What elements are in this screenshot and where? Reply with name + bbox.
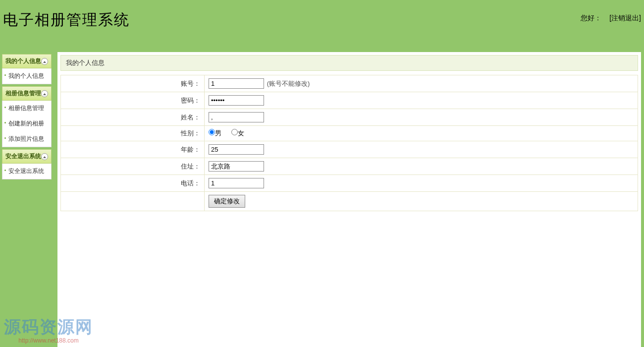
cell-account: (账号不能修改) <box>205 75 638 92</box>
sidebar: 我的个人信息 我的个人信息 相册信息管理 相册信息管理 创建新的相册 添加照片信… <box>0 52 54 347</box>
sidebar-head-label: 我的个人信息 <box>5 57 41 65</box>
label-name: 姓名： <box>61 109 205 126</box>
body-wrap: 我的个人信息 我的个人信息 相册信息管理 相册信息管理 创建新的相册 添加照片信… <box>0 52 644 347</box>
chevron-up-icon <box>41 90 48 97</box>
phone-input[interactable] <box>209 178 264 188</box>
label-submit <box>61 192 205 211</box>
label-account: 账号： <box>61 75 205 92</box>
greeting-text: 您好： <box>581 14 601 22</box>
row-account: 账号： (账号不能修改) <box>61 75 638 92</box>
logout-link[interactable]: [注销退出] <box>609 14 641 22</box>
cell-name <box>205 109 638 126</box>
row-address: 住址： <box>61 158 638 175</box>
label-password: 密码： <box>61 92 205 109</box>
header-right: 您好： [注销退出] <box>581 14 641 23</box>
name-input[interactable] <box>209 112 264 122</box>
label-address: 住址： <box>61 158 205 175</box>
cell-phone <box>205 175 638 192</box>
cell-age <box>205 141 638 158</box>
sidebar-items-profile: 我的个人信息 <box>2 68 52 84</box>
sidebar-head-profile[interactable]: 我的个人信息 <box>2 54 52 68</box>
sidebar-item-add-photo[interactable]: 添加照片信息 <box>2 131 51 147</box>
account-input[interactable] <box>209 78 264 89</box>
panel-title: 我的个人信息 <box>60 55 638 71</box>
gender-male-label[interactable]: 男 <box>209 129 221 137</box>
gender-female-label[interactable]: 女 <box>231 129 244 137</box>
label-gender: 性别： <box>61 126 205 141</box>
sidebar-item-my-profile[interactable]: 我的个人信息 <box>2 68 51 84</box>
sidebar-head-exit[interactable]: 安全退出系统 <box>2 149 52 164</box>
submit-button[interactable]: 确定修改 <box>209 195 245 208</box>
sidebar-item-album-create[interactable]: 创建新的相册 <box>2 116 51 131</box>
header: 电子相册管理系统 您好： [注销退出] <box>0 0 644 52</box>
profile-panel: 我的个人信息 账号： (账号不能修改) 密码： 姓名： <box>60 55 638 211</box>
row-password: 密码： <box>61 92 638 109</box>
profile-form-table: 账号： (账号不能修改) 密码： 姓名： <box>60 75 638 211</box>
chevron-up-icon <box>41 58 48 65</box>
cell-submit: 确定修改 <box>205 192 638 211</box>
cell-address <box>205 158 638 175</box>
gender-male-text: 男 <box>215 129 221 137</box>
row-phone: 电话： <box>61 175 638 192</box>
sidebar-item-album-manage[interactable]: 相册信息管理 <box>2 101 51 116</box>
app-title: 电子相册管理系统 <box>3 10 641 30</box>
sidebar-group-exit: 安全退出系统 安全退出系统 <box>2 149 52 179</box>
gender-female-text: 女 <box>238 129 244 137</box>
label-age: 年龄： <box>61 141 205 158</box>
chevron-up-icon <box>41 153 48 160</box>
account-note: (账号不能修改) <box>267 80 310 87</box>
cell-password <box>205 92 638 109</box>
password-input[interactable] <box>209 95 264 106</box>
sidebar-group-profile: 我的个人信息 我的个人信息 <box>2 54 52 84</box>
main-content: 我的个人信息 账号： (账号不能修改) 密码： 姓名： <box>57 52 641 347</box>
row-gender: 性别： 男 女 <box>61 126 638 141</box>
address-input[interactable] <box>209 161 264 172</box>
row-name: 姓名： <box>61 109 638 126</box>
sidebar-items-exit: 安全退出系统 <box>2 164 52 179</box>
sidebar-head-label: 安全退出系统 <box>5 152 41 161</box>
gender-male-radio[interactable] <box>209 129 215 135</box>
sidebar-item-exit[interactable]: 安全退出系统 <box>2 164 51 179</box>
row-age: 年龄： <box>61 141 638 158</box>
sidebar-items-album: 相册信息管理 创建新的相册 添加照片信息 <box>2 101 52 147</box>
label-phone: 电话： <box>61 175 205 192</box>
row-submit: 确定修改 <box>61 192 638 211</box>
cell-gender: 男 女 <box>205 126 638 141</box>
sidebar-head-album[interactable]: 相册信息管理 <box>2 86 52 101</box>
sidebar-group-album: 相册信息管理 相册信息管理 创建新的相册 添加照片信息 <box>2 86 52 147</box>
gender-female-radio[interactable] <box>231 129 238 135</box>
sidebar-head-label: 相册信息管理 <box>5 89 41 98</box>
age-input[interactable] <box>209 144 264 155</box>
